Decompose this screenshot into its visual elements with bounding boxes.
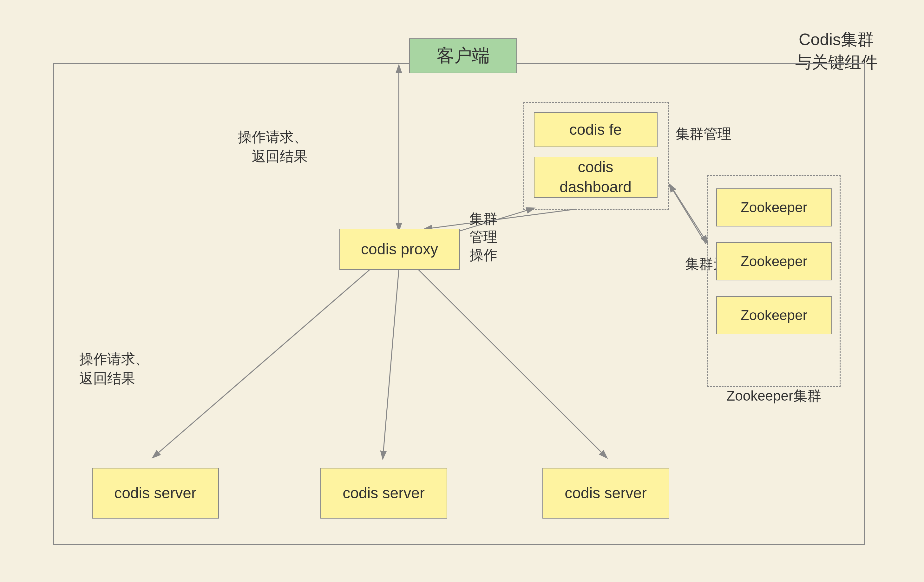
svg-line-6 [383,269,399,455]
op-request-label-2: 操作请求、 返回结果 [79,349,149,388]
page-container: Codis集群 与关键组件 [34,21,890,561]
fe-group: codis fe codis dashboard [523,102,669,209]
op-request-label-1: 操作请求、 返回结果 [238,127,308,166]
zk-box-1: Zookeeper [716,188,832,226]
svg-line-10 [671,187,706,244]
svg-line-11 [669,184,706,241]
server-box-2: codis server [320,468,447,519]
fe-box: codis fe [534,112,658,147]
zk-group: Zookeeper Zookeeper Zookeeper Zookeeper集… [707,175,841,387]
proxy-box: codis proxy [340,229,460,270]
server-box-3: codis server [543,468,669,519]
main-rect: 客户端 操作请求、 返回结果 codis proxy codis fe codi… [53,63,865,545]
cluster-mgmt-ops-label: 集群 管理 操作 [469,209,497,264]
svg-line-5 [155,269,370,455]
client-box: 客户端 [409,38,517,73]
zk-group-label: Zookeeper集群 [708,387,840,406]
proxy-label: codis proxy [361,241,438,258]
title-line1: Codis集群 [795,28,878,51]
fe-label: codis fe [569,121,622,138]
cluster-mgmt-label: 集群管理 [676,124,731,143]
zk-box-3: Zookeeper [716,296,832,334]
client-label: 客户端 [436,44,490,68]
zk-box-2: Zookeeper [716,242,832,280]
dashboard-label: codis dashboard [559,157,632,197]
dashboard-box: codis dashboard [534,157,658,198]
svg-line-7 [418,269,605,455]
server-box-1: codis server [92,468,219,519]
svg-line-8 [427,209,576,229]
